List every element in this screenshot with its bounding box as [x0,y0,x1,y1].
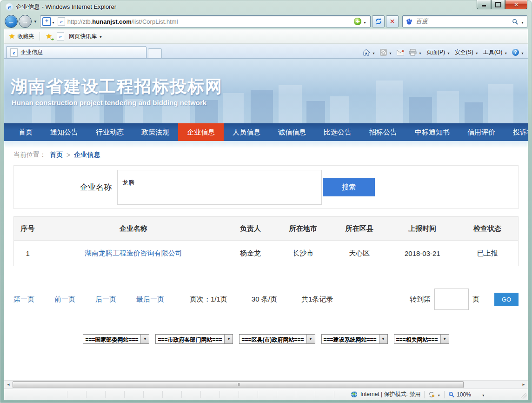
breadcrumb-home-link[interactable]: 首页 [50,151,63,159]
tab-favicon: e [10,48,18,57]
forward-button[interactable]: → [19,15,32,28]
feeds-button[interactable] [380,49,392,56]
web-slices-dropdown-icon [99,33,102,40]
nav-item[interactable]: 比选公告 [315,123,360,141]
select-dropdown-icon[interactable]: ▼ [306,335,315,343]
select-dropdown-icon[interactable]: ▼ [379,335,387,343]
status-bar: Internet | 保护模式: 禁用 100% [4,389,528,400]
scroll-left-button[interactable]: ◄ [4,381,13,389]
url-text[interactable]: http://ztb.hunanjst.com/list/CorpList.ht… [67,18,354,25]
page-menu-button[interactable]: 页面(P) [426,48,450,56]
compatibility-view-icon[interactable]: + [42,17,51,26]
search-options-dropdown-icon[interactable] [521,17,524,26]
browser-window: e 企业信息 - Windows Internet Explorer ✕ ← →… [0,0,532,403]
select-dropdown-icon[interactable]: ▼ [140,335,149,343]
col-seq: 序号 [14,217,42,241]
horizontal-scrollbar[interactable]: ◄ ► [4,380,528,389]
zoom-dropdown-icon[interactable] [482,391,485,398]
company-link[interactable]: 湖南龙腾工程造价咨询有限公司 [85,249,182,257]
table-row: 1 湖南龙腾工程造价咨询有限公司 杨金龙 长沙市 天心区 2018-03-21 … [14,241,519,266]
tab-enterprise-info[interactable]: e 企业信息 [6,46,146,58]
new-tab-button[interactable] [148,48,162,58]
resize-grip[interactable] [521,393,527,399]
scrollbar-thumb[interactable] [13,381,464,388]
stop-button[interactable]: ✕ [386,15,399,27]
home-button[interactable] [362,49,375,56]
title-bar: e 企业信息 - Windows Internet Explorer ✕ [0,0,532,14]
company-table: 序号 企业名称 负责人 所在地市 所在区县 上报时间 检查状态 1 湖南龙腾工程… [13,216,519,266]
first-page-link[interactable]: 第一页 [13,295,34,304]
site-safety-icon[interactable]: ✚ [354,18,361,25]
close-button[interactable]: ✕ [505,0,527,9]
select-dropdown-icon[interactable]: ▼ [224,335,233,343]
maximize-button[interactable] [491,0,505,9]
next-page-link[interactable]: 后一页 [95,295,116,304]
main-navigation: 首页 通知公告 行业动态 政策法规 企业信息 人员信息 诚信信息 比选公告 招标… [4,123,528,141]
last-page-link[interactable]: 最后一页 [136,295,164,304]
search-engine-label: 百度 [416,17,512,26]
nav-item[interactable]: 首页 [10,123,41,141]
nav-item[interactable]: 诚信信息 [269,123,315,141]
ie-logo-icon: e [6,3,13,11]
search-button[interactable]: 搜索 [323,178,375,196]
cell-report-time: 2018-03-21 [388,241,457,266]
baidu-icon [406,18,413,25]
page-viewport: 湖南省建设工程招标投标网 Hunan construction project … [4,59,528,380]
search-box[interactable]: 百度 [402,15,527,27]
back-button[interactable]: ← [5,15,18,28]
site-subtitle: Hunan construction project tendering and… [12,99,206,107]
scroll-right-button[interactable]: ► [519,381,528,389]
nav-item[interactable]: 投诉举报 [504,123,528,141]
prev-page-link[interactable]: 前一页 [54,295,75,304]
address-dropdown-icon[interactable] [52,17,55,26]
zoom-control[interactable]: 100% [448,391,485,398]
nav-item[interactable]: 招标公告 [360,123,406,141]
protected-mode-icon [428,391,435,398]
site-title: 湖南省建设工程招标投标网 [11,75,223,98]
select-county-government-sites[interactable]: ===区县(市)政府网站=== ▼ [239,334,315,344]
protected-mode-button[interactable] [428,391,440,398]
safety-menu-button[interactable]: 安全(S) [455,48,479,56]
col-person: 负责人 [225,217,276,241]
web-slices-button[interactable]: e 网页快讯库 [55,32,102,40]
nav-item[interactable]: 中标通知书 [406,123,459,141]
col-report-time: 上报时间 [388,217,457,241]
goto-page-suffix: 页 [472,295,479,304]
nav-item[interactable]: 信用评价 [459,123,504,141]
nav-item[interactable]: 企业信息 [178,123,224,141]
nav-item[interactable]: 行业动态 [87,123,133,141]
footer-link-selects: ===国家部委网站=== ▼ ===市政府各部门网站=== ▼ ===区县(市)… [4,334,528,344]
browser-client-area: ★ 收藏夹 ★ e 网页快讯库 e 企业信息 [4,29,528,400]
company-name-input[interactable] [117,170,322,205]
cell-county: 天心区 [331,241,388,266]
recent-pages-dropdown-icon[interactable]: ▼ [33,20,37,24]
nav-item[interactable]: 通知公告 [41,123,87,141]
select-city-department-sites[interactable]: ===市政府各部门网站=== ▼ [155,334,233,344]
zoom-level-text: 100% [457,391,471,398]
go-button[interactable]: GO [494,293,519,306]
col-county: 所在区县 [331,217,388,241]
help-button[interactable]: ? [512,49,524,56]
read-mail-button[interactable] [397,50,404,55]
company-name-label: 企业名称 [80,182,112,193]
address-bar[interactable]: + e http://ztb.hunanjst.com/list/CorpLis… [40,15,371,27]
select-related-sites[interactable]: ===相关网站=== ▼ [394,334,449,344]
refresh-button[interactable] [372,15,385,27]
favorites-button[interactable]: ★ 收藏夹 [9,32,34,40]
scrollbar-track[interactable] [464,381,519,389]
select-national-sites[interactable]: ===国家部委网站=== ▼ [83,334,149,344]
nav-item[interactable]: 政策法规 [133,123,178,141]
minimize-button[interactable] [477,0,491,9]
safety-dropdown-icon[interactable] [363,17,366,26]
nav-item[interactable]: 人员信息 [224,123,269,141]
add-to-favorites-icon[interactable]: ★ [46,32,52,40]
print-button[interactable] [409,49,422,56]
select-construction-system-sites[interactable]: ===建设系统网站=== ▼ [321,334,388,344]
search-magnifier-icon[interactable] [512,19,518,25]
select-dropdown-icon[interactable]: ▼ [440,335,449,343]
goto-page-input[interactable] [434,289,469,310]
breadcrumb-current-link[interactable]: 企业信息 [74,151,100,159]
cell-seq: 1 [14,241,42,266]
breadcrumb-separator: > [66,151,70,159]
tools-menu-button[interactable]: 工具(O) [483,48,507,56]
